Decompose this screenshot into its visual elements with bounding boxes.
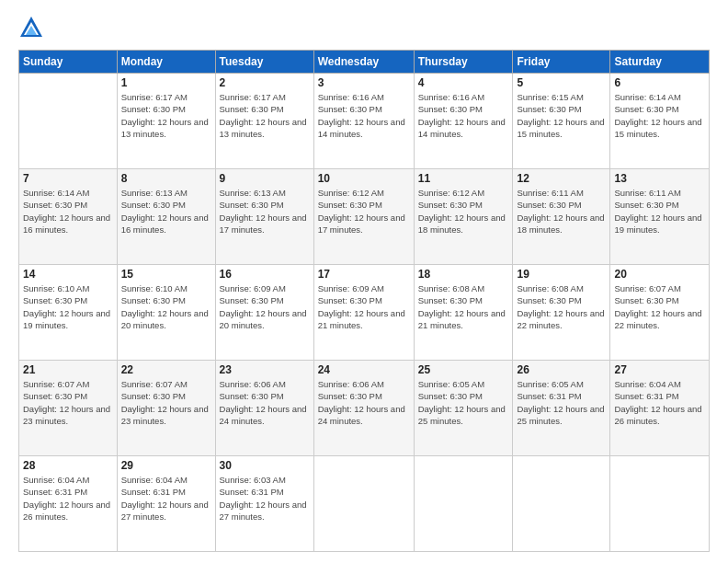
day-number: 6 [614, 76, 705, 89]
calendar-week-3: 14 Sunrise: 6:10 AMSunset: 6:30 PMDaylig… [19, 265, 710, 361]
calendar-cell: 30 Sunrise: 6:03 AMSunset: 6:31 PMDaylig… [215, 456, 313, 552]
calendar-cell: 7 Sunrise: 6:14 AMSunset: 6:30 PMDayligh… [19, 169, 118, 265]
day-info: Sunrise: 6:07 AMSunset: 6:30 PMDaylight:… [614, 283, 701, 330]
calendar-week-5: 28 Sunrise: 6:04 AMSunset: 6:31 PMDaylig… [19, 456, 710, 552]
day-number: 11 [418, 172, 509, 185]
calendar-cell: 6 Sunrise: 6:14 AMSunset: 6:30 PMDayligh… [610, 74, 710, 169]
calendar-cell: 9 Sunrise: 6:13 AMSunset: 6:30 PMDayligh… [215, 169, 313, 265]
day-number: 28 [23, 459, 113, 472]
day-info: Sunrise: 6:13 AMSunset: 6:30 PMDaylight:… [220, 188, 307, 235]
day-info: Sunrise: 6:07 AMSunset: 6:30 PMDaylight:… [23, 379, 110, 426]
calendar-header-row: SundayMondayTuesdayWednesdayThursdayFrid… [19, 51, 710, 74]
day-number: 19 [517, 268, 606, 281]
calendar-cell: 23 Sunrise: 6:06 AMSunset: 6:30 PMDaylig… [215, 361, 313, 456]
day-number: 10 [318, 172, 410, 185]
day-number: 20 [614, 268, 705, 281]
day-info: Sunrise: 6:10 AMSunset: 6:30 PMDaylight:… [23, 283, 110, 330]
day-number: 1 [121, 76, 211, 89]
calendar-cell: 2 Sunrise: 6:17 AMSunset: 6:30 PMDayligh… [215, 74, 313, 169]
calendar-header-thursday: Thursday [414, 51, 513, 74]
calendar-header-sunday: Sunday [19, 51, 118, 74]
calendar-cell: 3 Sunrise: 6:16 AMSunset: 6:30 PMDayligh… [313, 74, 414, 169]
calendar-cell: 21 Sunrise: 6:07 AMSunset: 6:30 PMDaylig… [19, 361, 118, 456]
calendar-table: SundayMondayTuesdayWednesdayThursdayFrid… [18, 50, 710, 552]
calendar-header-friday: Friday [513, 51, 610, 74]
calendar-cell: 8 Sunrise: 6:13 AMSunset: 6:30 PMDayligh… [117, 169, 215, 265]
calendar-cell: 27 Sunrise: 6:04 AMSunset: 6:31 PMDaylig… [610, 361, 710, 456]
day-info: Sunrise: 6:10 AMSunset: 6:30 PMDaylight:… [121, 283, 209, 330]
calendar-cell: 14 Sunrise: 6:10 AMSunset: 6:30 PMDaylig… [19, 265, 118, 361]
day-number: 12 [517, 172, 606, 185]
day-info: Sunrise: 6:11 AMSunset: 6:30 PMDaylight:… [614, 188, 701, 235]
day-number: 15 [121, 268, 211, 281]
day-number: 16 [220, 268, 310, 281]
day-number: 8 [121, 172, 211, 185]
day-info: Sunrise: 6:05 AMSunset: 6:31 PMDaylight:… [517, 379, 604, 426]
calendar-cell: 22 Sunrise: 6:07 AMSunset: 6:30 PMDaylig… [117, 361, 215, 456]
calendar-cell: 10 Sunrise: 6:12 AMSunset: 6:30 PMDaylig… [313, 169, 414, 265]
day-info: Sunrise: 6:08 AMSunset: 6:30 PMDaylight:… [418, 283, 506, 330]
logo-icon [18, 15, 44, 40]
calendar-cell: 19 Sunrise: 6:08 AMSunset: 6:30 PMDaylig… [513, 265, 610, 361]
day-info: Sunrise: 6:08 AMSunset: 6:30 PMDaylight:… [517, 283, 604, 330]
day-number: 22 [121, 363, 211, 376]
day-info: Sunrise: 6:14 AMSunset: 6:30 PMDaylight:… [23, 188, 110, 235]
day-info: Sunrise: 6:14 AMSunset: 6:30 PMDaylight:… [614, 92, 701, 139]
calendar-cell: 12 Sunrise: 6:11 AMSunset: 6:30 PMDaylig… [513, 169, 610, 265]
day-number: 9 [220, 172, 310, 185]
day-number: 17 [318, 268, 410, 281]
day-info: Sunrise: 6:12 AMSunset: 6:30 PMDaylight:… [318, 188, 405, 235]
day-info: Sunrise: 6:09 AMSunset: 6:30 PMDaylight:… [318, 283, 405, 330]
calendar-cell: 5 Sunrise: 6:15 AMSunset: 6:30 PMDayligh… [513, 74, 610, 169]
day-info: Sunrise: 6:12 AMSunset: 6:30 PMDaylight:… [418, 188, 506, 235]
day-info: Sunrise: 6:04 AMSunset: 6:31 PMDaylight:… [614, 379, 701, 426]
day-number: 25 [418, 363, 509, 376]
day-number: 23 [220, 363, 310, 376]
day-number: 18 [418, 268, 509, 281]
day-number: 21 [23, 363, 113, 376]
day-info: Sunrise: 6:04 AMSunset: 6:31 PMDaylight:… [23, 475, 110, 522]
calendar-header-wednesday: Wednesday [313, 51, 414, 74]
calendar-cell: 15 Sunrise: 6:10 AMSunset: 6:30 PMDaylig… [117, 265, 215, 361]
day-number: 3 [318, 76, 410, 89]
calendar-cell: 25 Sunrise: 6:05 AMSunset: 6:30 PMDaylig… [414, 361, 513, 456]
day-number: 2 [220, 76, 310, 89]
calendar-cell: 16 Sunrise: 6:09 AMSunset: 6:30 PMDaylig… [215, 265, 313, 361]
day-info: Sunrise: 6:15 AMSunset: 6:30 PMDaylight:… [517, 92, 604, 139]
day-info: Sunrise: 6:17 AMSunset: 6:30 PMDaylight:… [121, 92, 209, 139]
day-info: Sunrise: 6:17 AMSunset: 6:30 PMDaylight:… [220, 92, 307, 139]
day-number: 7 [23, 172, 113, 185]
day-info: Sunrise: 6:04 AMSunset: 6:31 PMDaylight:… [121, 475, 209, 522]
day-number: 29 [121, 459, 211, 472]
calendar-cell: 4 Sunrise: 6:16 AMSunset: 6:30 PMDayligh… [414, 74, 513, 169]
day-number: 5 [517, 76, 606, 89]
day-info: Sunrise: 6:05 AMSunset: 6:30 PMDaylight:… [418, 379, 506, 426]
day-info: Sunrise: 6:03 AMSunset: 6:31 PMDaylight:… [220, 475, 307, 522]
calendar-cell: 29 Sunrise: 6:04 AMSunset: 6:31 PMDaylig… [117, 456, 215, 552]
calendar-cell [610, 456, 710, 552]
page: SundayMondayTuesdayWednesdayThursdayFrid… [0, 0, 728, 563]
calendar-header-saturday: Saturday [610, 51, 710, 74]
day-number: 13 [614, 172, 705, 185]
calendar-week-2: 7 Sunrise: 6:14 AMSunset: 6:30 PMDayligh… [19, 169, 710, 265]
day-number: 14 [23, 268, 113, 281]
day-info: Sunrise: 6:16 AMSunset: 6:30 PMDaylight:… [318, 92, 405, 139]
day-number: 30 [220, 459, 310, 472]
calendar-cell: 24 Sunrise: 6:06 AMSunset: 6:30 PMDaylig… [313, 361, 414, 456]
calendar-cell: 18 Sunrise: 6:08 AMSunset: 6:30 PMDaylig… [414, 265, 513, 361]
day-number: 24 [318, 363, 410, 376]
day-number: 27 [614, 363, 705, 376]
calendar-header-monday: Monday [117, 51, 215, 74]
day-info: Sunrise: 6:11 AMSunset: 6:30 PMDaylight:… [517, 188, 604, 235]
calendar-header-tuesday: Tuesday [215, 51, 313, 74]
calendar-cell: 20 Sunrise: 6:07 AMSunset: 6:30 PMDaylig… [610, 265, 710, 361]
day-info: Sunrise: 6:09 AMSunset: 6:30 PMDaylight:… [220, 283, 307, 330]
calendar-cell [513, 456, 610, 552]
calendar-cell [414, 456, 513, 552]
calendar-week-4: 21 Sunrise: 6:07 AMSunset: 6:30 PMDaylig… [19, 361, 710, 456]
calendar-cell: 11 Sunrise: 6:12 AMSunset: 6:30 PMDaylig… [414, 169, 513, 265]
day-number: 26 [517, 363, 606, 376]
calendar-cell: 1 Sunrise: 6:17 AMSunset: 6:30 PMDayligh… [117, 74, 215, 169]
logo [18, 15, 48, 40]
day-info: Sunrise: 6:13 AMSunset: 6:30 PMDaylight:… [121, 188, 209, 235]
